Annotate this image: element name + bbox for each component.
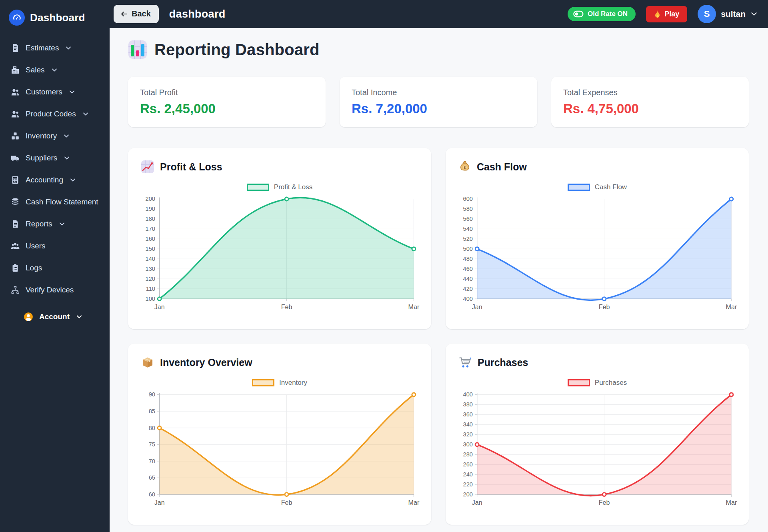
sidebar-item-label: Estimates [26,44,59,52]
sidebar-item-accounting[interactable]: Accounting [8,169,102,191]
chart-title: Profit & Loss [160,161,222,173]
svg-text:600: 600 [463,196,473,202]
svg-text:Jan: Jan [154,499,165,506]
svg-text:100: 100 [146,296,155,302]
legend-inventory[interactable]: Inventory [139,379,420,387]
sidebar-item-account[interactable]: Account [8,306,102,328]
sidebar-item-verify-devices[interactable]: Verify Devices [8,279,102,301]
stat-value: Rs. 4,75,000 [563,101,737,116]
svg-text:140: 140 [146,256,155,262]
logs-clipboard-icon [10,263,20,273]
back-button[interactable]: Back [114,5,159,23]
stat-value: Rs. 7,20,000 [352,101,525,116]
svg-text:Mar: Mar [726,303,737,310]
svg-text:420: 420 [463,286,473,292]
sidebar-item-logs[interactable]: Logs [8,257,102,279]
sidebar-item-users[interactable]: Users [8,235,102,257]
suppliers-truck-icon [10,153,20,163]
svg-text:540: 540 [463,226,473,232]
play-button[interactable]: Play [646,6,687,22]
inventory-chart-canvas[interactable]: 90858075706560JanFebMar [139,388,420,511]
chart-head: Inventory Overview [141,356,420,369]
svg-text:65: 65 [149,474,155,481]
chevron-down-icon [76,314,82,320]
svg-text:500: 500 [463,246,473,252]
svg-text:Mar: Mar [726,499,737,506]
topbar-page-title: dashboard [169,8,226,20]
flame-icon [654,10,661,18]
customers-icon [10,87,20,97]
chart-card-profit-loss: Profit & Loss Profit & Loss 200190180170… [128,148,431,329]
reports-file-icon [10,219,20,229]
user-avatar: S [698,5,716,23]
chevron-down-icon [65,45,72,51]
legend-purchases[interactable]: Purchases [457,379,738,387]
sidebar-item-reports[interactable]: Reports [8,213,102,235]
back-arrow-icon [120,10,128,18]
chart-title: Purchases [478,357,528,368]
stat-label: Total Profit [140,88,314,97]
purchases-chart-canvas[interactable]: 400380360340320300280260240220200JanFebM… [457,388,738,511]
chevron-down-icon [69,89,75,95]
sidebar-item-customers[interactable]: Customers [8,81,102,103]
svg-text:220: 220 [463,481,473,488]
svg-text:560: 560 [463,216,473,222]
sidebar-item-label: Users [26,242,46,250]
svg-text:Feb: Feb [599,499,610,506]
svg-text:180: 180 [146,216,155,222]
toggle-on-icon [573,10,584,18]
profit-loss-chart-canvas[interactable]: 200190180170160150140130120110100JanFebM… [139,192,420,315]
sidebar-item-inventory[interactable]: Inventory [8,125,102,147]
legend-swatch [568,184,590,191]
svg-text:480: 480 [463,256,473,262]
sidebar-item-label: Reports [26,220,52,228]
profit-loss-chart-icon [141,160,154,174]
brand[interactable]: Dashboard [8,6,102,28]
chevron-down-icon [64,155,70,161]
legend-label: Inventory [279,379,307,387]
chart-title: Cash Flow [477,161,527,173]
svg-text:90: 90 [149,391,155,398]
svg-text:240: 240 [463,471,473,478]
coins-icon [10,197,20,207]
chevron-down-icon [82,111,89,117]
svg-text:80: 80 [149,425,155,431]
sidebar-item-label: Cash Flow Statement [26,198,98,206]
svg-text:200: 200 [463,491,473,498]
svg-text:Feb: Feb [281,499,292,506]
user-menu[interactable]: S sultan [698,5,758,23]
sidebar-item-label: Accounting [26,176,63,184]
sales-icon [10,65,20,75]
sidebar-item-estimates[interactable]: Estimates [8,37,102,59]
estimates-icon [10,43,20,53]
sidebar-item-sales[interactable]: Sales [8,59,102,81]
sidebar-item-suppliers[interactable]: Suppliers [8,147,102,169]
svg-text:$: $ [464,165,466,170]
money-bag-icon: $ [458,160,471,174]
brand-name: Dashboard [30,12,85,24]
sidebar-item-product-codes[interactable]: Product Codes [8,103,102,125]
sidebar-item-label: Suppliers [26,154,57,162]
sidebar-item-label: Verify Devices [26,286,74,294]
svg-text:400: 400 [463,391,473,398]
legend-swatch [568,379,590,386]
legend-swatch [247,184,269,191]
svg-text:400: 400 [463,296,473,302]
svg-text:320: 320 [463,431,473,438]
svg-text:520: 520 [463,236,473,242]
legend-label: Profit & Loss [274,183,312,191]
cash-flow-chart-canvas[interactable]: 600580560540520500480460440420400JanFebM… [457,192,738,315]
svg-text:Jan: Jan [472,303,482,310]
svg-text:360: 360 [463,411,473,418]
svg-text:120: 120 [146,276,155,282]
legend-swatch [252,379,274,386]
legend-profit-loss[interactable]: Profit & Loss [139,183,420,191]
chart-head: Purchases [458,356,738,369]
sidebar-item-label: Logs [26,264,42,272]
legend-cash-flow[interactable]: Cash Flow [457,183,738,191]
svg-text:440: 440 [463,276,473,282]
svg-text:280: 280 [463,451,473,458]
svg-text:340: 340 [463,421,473,428]
old-rate-toggle-button[interactable]: Old Rate ON [568,7,636,21]
sidebar-item-cash-flow-statement[interactable]: Cash Flow Statement [8,191,102,213]
